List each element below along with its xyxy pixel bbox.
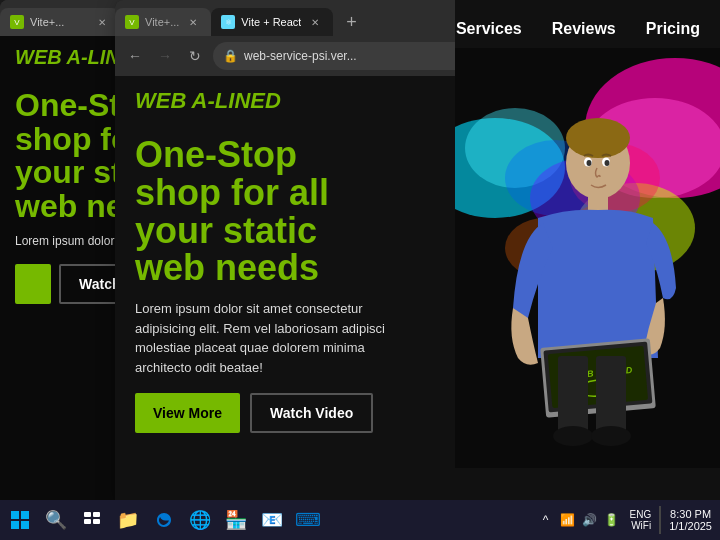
mail-button[interactable]: 📧 — [256, 504, 288, 536]
tab-favicon-front: ⚛ — [221, 15, 235, 29]
taskbar: 🔍 📁 🌐 🏪 📧 ⌨ ^ 📶 🔊 🔋 ENG — [0, 500, 720, 540]
url-bar[interactable]: 🔒 web-service-psi.ver... ☆ — [213, 42, 480, 70]
right-hero-image: WEB A-LINED — [455, 48, 720, 468]
back-view-more-button[interactable] — [15, 264, 51, 304]
battery-icon[interactable]: 🔋 — [602, 510, 622, 530]
lang-label: ENG — [630, 509, 652, 520]
back-nav-button[interactable]: ← — [123, 44, 147, 68]
tab-close-front[interactable]: ✕ — [307, 14, 323, 30]
svg-rect-27 — [21, 511, 29, 519]
url-text: web-service-psi.ver... — [244, 49, 453, 63]
svg-point-24 — [586, 160, 591, 166]
svg-point-20 — [553, 426, 593, 446]
start-button[interactable] — [4, 504, 36, 536]
forward-nav-button[interactable]: → — [153, 44, 177, 68]
browser-right: Services Reviews Pricing — [455, 0, 720, 500]
tab-front-active[interactable]: ⚛ Vite + React ✕ — [211, 8, 333, 36]
tab-title-back: Vite+... — [30, 16, 88, 28]
time-display: 8:30 PM — [670, 508, 711, 520]
nav-pricing[interactable]: Pricing — [646, 20, 700, 38]
svg-rect-32 — [84, 519, 91, 524]
code-button[interactable]: ⌨ — [292, 504, 324, 536]
hero-description: Lorem ipsum dolor sit amet consectetur a… — [135, 299, 415, 377]
tab-add-button[interactable]: + — [337, 8, 365, 36]
view-more-button[interactable]: View More — [135, 393, 240, 433]
site-logo: WEB A-LINED — [135, 88, 281, 114]
watch-video-button[interactable]: Watch Video — [250, 393, 373, 433]
person-svg: WEB A-LINED — [488, 78, 688, 468]
date-display: 1/1/2025 — [669, 520, 712, 532]
taskbar-left: 🔍 📁 🌐 🏪 📧 ⌨ — [0, 504, 324, 536]
tab-close-ghost[interactable]: ✕ — [185, 14, 201, 30]
tab-favicon-back: V — [10, 15, 24, 29]
svg-rect-26 — [11, 511, 19, 519]
svg-rect-19 — [596, 356, 626, 436]
svg-point-21 — [591, 426, 631, 446]
svg-rect-18 — [558, 356, 588, 436]
tab-favicon-ghost: V — [125, 15, 139, 29]
nav-services[interactable]: Services — [456, 20, 522, 38]
refresh-button[interactable]: ↻ — [183, 44, 207, 68]
clock-display[interactable]: 8:30 PM 1/1/2025 — [669, 508, 712, 532]
svg-point-11 — [566, 118, 630, 158]
tray-icons: ^ 📶 🔊 🔋 — [536, 510, 622, 530]
right-nav-bar: Services Reviews Pricing — [455, 0, 720, 48]
tab-title-front: Vite + React — [241, 16, 301, 28]
chevron-up-icon[interactable]: ^ — [536, 510, 556, 530]
tab-close-back[interactable]: ✕ — [94, 14, 110, 30]
lock-icon: 🔒 — [223, 49, 238, 63]
tray-divider — [659, 506, 661, 534]
task-view-button[interactable] — [76, 504, 108, 536]
search-taskbar-button[interactable]: 🔍 — [40, 504, 72, 536]
browser-taskbar-button[interactable]: 🌐 — [184, 504, 216, 536]
edge-button[interactable] — [148, 504, 180, 536]
svg-rect-30 — [84, 512, 91, 517]
taskbar-right: ^ 📶 🔊 🔋 ENG WiFi 8:30 PM 1/1/2025 — [536, 506, 721, 534]
wifi-icon: WiFi — [631, 520, 651, 531]
tab-back-ghost[interactable]: V Vite+... ✕ — [115, 8, 211, 36]
nav-reviews[interactable]: Reviews — [552, 20, 616, 38]
svg-rect-28 — [11, 521, 19, 529]
volume-icon[interactable]: 🔊 — [580, 510, 600, 530]
svg-point-25 — [604, 160, 609, 166]
clock-area[interactable]: ENG WiFi — [630, 509, 652, 531]
network-icon[interactable]: 📶 — [558, 510, 578, 530]
tab-title-ghost: Vite+... — [145, 16, 179, 28]
svg-rect-29 — [21, 521, 29, 529]
svg-rect-31 — [93, 512, 100, 517]
tab-back-1[interactable]: V Vite+... ✕ — [0, 8, 120, 36]
svg-rect-33 — [93, 519, 100, 524]
file-explorer-button[interactable]: 📁 — [112, 504, 144, 536]
store-button[interactable]: 🏪 — [220, 504, 252, 536]
